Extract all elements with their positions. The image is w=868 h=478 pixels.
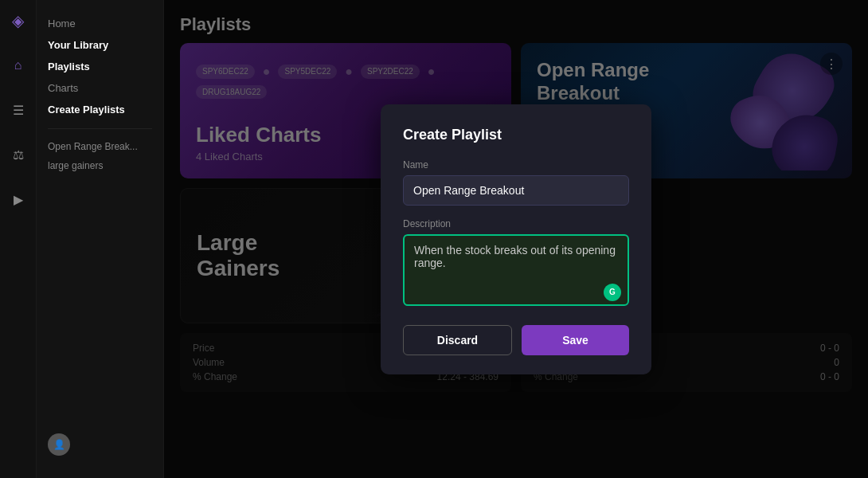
- name-input[interactable]: [403, 175, 629, 206]
- sidebar-playlist-orb[interactable]: Open Range Break...: [37, 137, 163, 156]
- save-button[interactable]: Save: [522, 325, 629, 355]
- sidebar-playlist-lg[interactable]: large gainers: [37, 156, 163, 175]
- create-playlist-modal: Create Playlist Name Description When th…: [381, 104, 651, 374]
- sidebar-item-charts[interactable]: Charts: [37, 77, 163, 99]
- play-rail-icon[interactable]: ▶: [7, 188, 29, 210]
- sidebar: Home Your Library Playlists Charts Creat…: [37, 0, 164, 478]
- description-label: Description: [403, 218, 629, 229]
- modal-title: Create Playlist: [403, 127, 629, 143]
- description-wrapper: When the stock breaks out of its opening…: [403, 234, 629, 309]
- home-rail-icon[interactable]: ⌂: [7, 54, 29, 76]
- app-logo-icon: ◈: [7, 10, 29, 32]
- sidebar-item-playlists[interactable]: Playlists: [37, 56, 163, 77]
- discard-button[interactable]: Discard: [403, 325, 512, 355]
- sidebar-item-create[interactable]: Create Playlists: [37, 99, 163, 120]
- description-textarea[interactable]: When the stock breaks out of its opening…: [403, 234, 629, 306]
- sidebar-bottom: 👤: [37, 424, 163, 465]
- sidebar-divider: [48, 128, 152, 129]
- sidebar-item-library[interactable]: Your Library: [37, 34, 163, 56]
- icon-rail: ◈ ⌂ ☰ ⚖ ▶: [0, 0, 37, 478]
- main-content: Playlists SPY6DEC22 ● SPY5DEC22 ● SPY2DE…: [164, 0, 868, 478]
- scale-rail-icon[interactable]: ⚖: [7, 143, 29, 166]
- grammarly-icon: G: [604, 284, 621, 301]
- modal-buttons: Discard Save: [403, 325, 629, 355]
- name-label: Name: [403, 159, 629, 170]
- avatar[interactable]: 👤: [48, 433, 70, 456]
- sidebar-item-home[interactable]: Home: [37, 13, 163, 34]
- modal-overlay[interactable]: Create Playlist Name Description When th…: [164, 0, 868, 478]
- menu-rail-icon[interactable]: ☰: [7, 99, 29, 121]
